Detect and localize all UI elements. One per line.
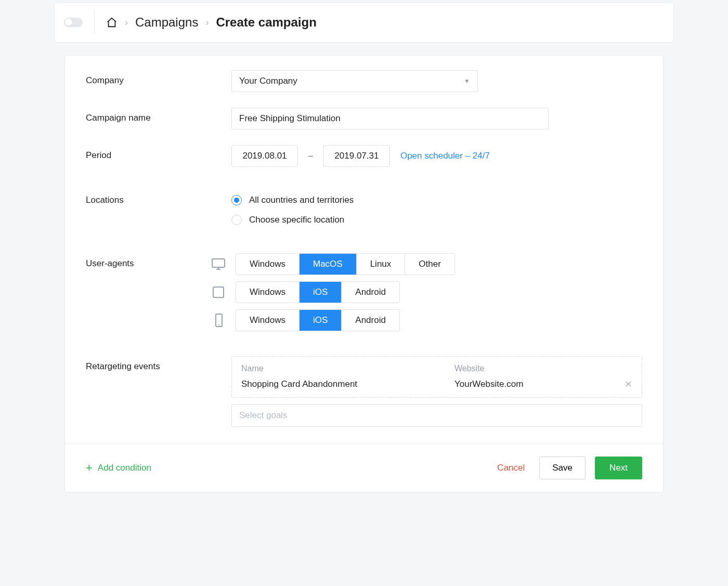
ua-mobile-group: WindowsiOSAndroid (236, 309, 400, 331)
form-footer: + Add condition Cancel Save Next (65, 444, 663, 492)
svg-point-2 (223, 292, 224, 293)
ua-mobile-windows-button[interactable]: Windows (236, 310, 300, 331)
label-retargeting: Retargeting events (86, 356, 231, 372)
location-specific-label: Choose specific location (249, 215, 344, 225)
radio-checked-icon (231, 195, 242, 205)
goals-placeholder: Select goals (239, 410, 288, 421)
campaign-name-value: Free Shipping Stimulation (239, 113, 341, 124)
svg-point-4 (218, 324, 219, 325)
retargeting-event-box: Name Website Shopping Card Abandonment Y… (231, 356, 642, 398)
mobile-icon (211, 313, 226, 328)
location-option-all[interactable]: All countries and territories (231, 195, 642, 205)
svg-rect-1 (213, 287, 224, 297)
ua-desktop-group: WindowsMacOSLinuxOther (236, 253, 455, 275)
breadcrumb: › Campaigns › Create campaign (106, 15, 317, 30)
radio-unchecked-icon (231, 215, 242, 225)
cancel-button[interactable]: Cancel (497, 463, 525, 473)
tablet-icon (211, 286, 226, 298)
chevron-right-icon: › (125, 17, 128, 28)
remove-event-icon[interactable]: ✕ (618, 379, 632, 390)
retargeting-header-name: Name (241, 364, 454, 373)
form-card: Company Your Company ▼ Campaign name Fre… (64, 55, 664, 492)
divider (94, 10, 95, 34)
ua-tablet-ios-button[interactable]: iOS (300, 282, 342, 303)
label-campaign-name: Campaign name (86, 108, 231, 123)
chevron-right-icon: › (205, 17, 209, 28)
ua-mobile-ios-button[interactable]: iOS (300, 310, 342, 331)
breadcrumb-campaigns[interactable]: Campaigns (135, 15, 198, 30)
period-start-input[interactable]: 2019.08.01 (231, 145, 298, 167)
toggle-switch[interactable] (64, 18, 83, 27)
label-period: Period (86, 145, 231, 161)
ua-desktop-macos-button[interactable]: MacOS (300, 254, 357, 275)
ua-desktop-other-button[interactable]: Other (405, 254, 454, 275)
ua-tablet-group: WindowsiOSAndroid (236, 281, 400, 303)
select-goals-input[interactable]: Select goals (231, 404, 642, 427)
home-icon[interactable] (106, 17, 118, 28)
company-select[interactable]: Your Company ▼ (231, 70, 478, 92)
ua-desktop-linux-button[interactable]: Linux (357, 254, 406, 275)
period-dash: – (308, 151, 313, 161)
location-all-label: All countries and territories (249, 195, 354, 205)
label-locations: Locations (86, 195, 231, 205)
period-end-input[interactable]: 2019.07.31 (323, 145, 390, 167)
add-condition-button[interactable]: + Add condition (86, 461, 151, 475)
svg-rect-0 (212, 259, 225, 267)
label-company: Company (86, 70, 231, 86)
save-button[interactable]: Save (539, 457, 586, 479)
next-button[interactable]: Next (595, 457, 642, 479)
add-condition-label: Add condition (98, 463, 151, 473)
location-option-specific[interactable]: Choose specific location (231, 215, 642, 225)
caret-down-icon: ▼ (464, 77, 470, 85)
ua-desktop-windows-button[interactable]: Windows (236, 254, 300, 275)
retargeting-event-name: Shopping Card Abandonment (241, 379, 454, 389)
campaign-name-input[interactable]: Free Shipping Stimulation (231, 108, 549, 129)
label-user-agents: User-agents (86, 253, 211, 269)
retargeting-header-website: Website (454, 364, 485, 373)
ua-mobile-android-button[interactable]: Android (342, 310, 399, 331)
desktop-icon (211, 258, 226, 270)
breadcrumb-current: Create campaign (216, 15, 316, 30)
company-selected-value: Your Company (239, 76, 297, 86)
breadcrumb-bar: › Campaigns › Create campaign (54, 2, 674, 43)
ua-tablet-android-button[interactable]: Android (342, 282, 399, 303)
ua-tablet-windows-button[interactable]: Windows (236, 282, 300, 303)
open-scheduler-link[interactable]: Open scheduler – 24/7 (400, 151, 490, 161)
plus-icon: + (86, 461, 93, 475)
retargeting-event-site: YourWebsite.com (454, 379, 618, 389)
